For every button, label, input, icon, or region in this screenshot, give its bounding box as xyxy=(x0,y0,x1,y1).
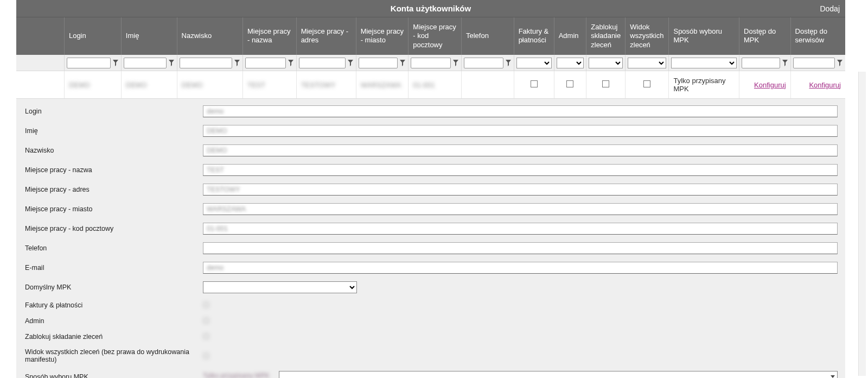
cell-login: DEMO xyxy=(69,81,90,89)
filter-login[interactable] xyxy=(67,58,111,68)
table-row[interactable]: DEMO DEMO DEMO TEST TESTOWY WARSZAWA 01-… xyxy=(16,71,845,99)
col-widok[interactable]: Widok wszystkich zleceń xyxy=(626,17,669,55)
filter-sposob[interactable] xyxy=(671,58,737,68)
filter-icon[interactable] xyxy=(112,59,119,67)
label-login: Login xyxy=(24,108,203,115)
filter-row xyxy=(16,55,845,71)
cell-mp-nazwa: TEST xyxy=(247,81,265,89)
filter-zablokuj[interactable] xyxy=(589,58,623,68)
cell-imie: DEMO xyxy=(126,81,147,89)
label-telefon: Telefon xyxy=(24,244,203,252)
filter-widok[interactable] xyxy=(628,58,666,68)
col-mp-kod[interactable]: Miejsce pracy - kod pocztowy xyxy=(409,17,462,55)
col-zablokuj[interactable]: Zablokuj składanie zleceń xyxy=(586,17,626,55)
filter-faktury[interactable] xyxy=(516,58,552,68)
select-domyslny-mpk[interactable] xyxy=(203,281,357,293)
filter-icon[interactable] xyxy=(782,59,788,67)
filter-nazwisko[interactable] xyxy=(180,58,232,68)
configure-services-link[interactable]: Konfiguruj xyxy=(809,81,841,89)
label-nazwisko: Nazwisko xyxy=(24,147,203,154)
detail-form: Login demo Imię DEMO Nazwisko DEMO Miejs… xyxy=(16,99,845,378)
checkbox-widok[interactable] xyxy=(643,80,650,87)
checkbox-faktury[interactable] xyxy=(531,80,538,87)
label-zablokuj: Zablokuj składanie zleceń xyxy=(24,333,203,341)
col-dostep-mpk[interactable]: Dostęp do MPK xyxy=(739,17,791,55)
input-mp-kod[interactable]: 01-001 xyxy=(203,223,838,235)
filter-icon[interactable] xyxy=(347,59,354,67)
users-grid: Login Imię Nazwisko Miejsce pracy - nazw… xyxy=(16,17,845,99)
filter-icon[interactable] xyxy=(452,59,459,67)
filter-icon[interactable] xyxy=(837,59,843,67)
cell-mp-miasto: WARSZAWA xyxy=(361,81,401,89)
col-admin[interactable]: Admin xyxy=(554,17,586,55)
filter-icon[interactable] xyxy=(399,59,406,67)
label-mp-adres: Miejsce pracy - adres xyxy=(24,186,203,193)
input-email[interactable]: demo xyxy=(203,262,838,274)
configure-mpk-link[interactable]: Konfiguruj xyxy=(754,81,786,89)
checkbox-widok-form[interactable]: ☐ xyxy=(203,352,209,360)
label-mp-miasto: Miejsce pracy - miasto xyxy=(24,205,203,213)
checkbox-admin[interactable] xyxy=(566,80,573,87)
label-widok: Widok wszystkich zleceń (bez prawa do wy… xyxy=(24,348,203,363)
checkbox-zablokuj[interactable] xyxy=(602,80,609,87)
checkbox-admin-form[interactable]: ☐ xyxy=(203,317,209,325)
filter-icon[interactable] xyxy=(234,59,240,67)
select-sposob-mpk-value: Tylko przypisany MPK xyxy=(203,371,279,378)
label-sposob-mpk: Sposób wyboru MPK xyxy=(24,373,203,378)
filter-mp-nazwa[interactable] xyxy=(245,58,286,68)
filter-dostep-serwisow[interactable] xyxy=(793,58,835,68)
input-mp-miasto[interactable]: WARSZAWA xyxy=(203,203,838,215)
label-imie: Imię xyxy=(24,127,203,135)
filter-icon[interactable] xyxy=(168,59,175,67)
checkbox-zablokuj-form[interactable]: ☐ xyxy=(203,332,209,341)
scrollbar-track[interactable] xyxy=(858,72,866,376)
input-nazwisko[interactable]: DEMO xyxy=(203,144,838,156)
col-mp-miasto[interactable]: Miejsce pracy - miasto xyxy=(356,17,409,55)
col-mp-adres[interactable]: Miejsce pracy - adres xyxy=(296,17,356,55)
checkbox-faktury-form[interactable]: ☐ xyxy=(203,301,209,309)
col-mp-nazwa[interactable]: Miejsce pracy - nazwa xyxy=(242,17,296,55)
filter-telefon[interactable] xyxy=(464,58,503,68)
filter-admin[interactable] xyxy=(557,58,584,68)
select-sposob-mpk[interactable] xyxy=(279,371,838,378)
label-admin: Admin xyxy=(24,317,203,325)
label-email: E-mail xyxy=(24,264,203,272)
input-mp-adres[interactable]: TESTOWY xyxy=(203,184,838,196)
label-faktury: Faktury & płatności xyxy=(24,301,203,309)
cell-mp-adres: TESTOWY xyxy=(301,81,336,89)
page-title: Konta użytkowników xyxy=(391,4,471,13)
col-login[interactable]: Login xyxy=(64,17,121,55)
filter-dostep-mpk[interactable] xyxy=(742,58,780,68)
label-mp-nazwa: Miejsce pracy - nazwa xyxy=(24,166,203,174)
filter-mp-miasto[interactable] xyxy=(359,58,398,68)
label-domyslny-mpk: Domyślny MPK xyxy=(24,284,203,291)
filter-imie[interactable] xyxy=(124,58,167,68)
cell-mp-kod: 01-001 xyxy=(413,81,435,89)
add-button[interactable]: Dodaj xyxy=(820,0,840,17)
label-mp-kod: Miejsce pracy - kod pocztowy xyxy=(24,225,203,232)
input-mp-nazwa[interactable]: TEST xyxy=(203,164,838,176)
filter-icon[interactable] xyxy=(288,59,294,67)
col-imie[interactable]: Imię xyxy=(121,17,177,55)
col-sposob[interactable]: Sposób wyboru MPK xyxy=(669,17,739,55)
col-faktury[interactable]: Faktury & płatności xyxy=(514,17,554,55)
filter-icon[interactable] xyxy=(505,59,512,67)
cell-sposob: Tylko przypisany MPK xyxy=(673,77,725,93)
filter-mp-kod[interactable] xyxy=(411,58,451,68)
titlebar: Konta użytkowników Dodaj xyxy=(16,0,845,17)
col-expand xyxy=(16,17,64,55)
input-login[interactable]: demo xyxy=(203,105,838,117)
cell-nazwisko: DEMO xyxy=(182,81,203,89)
col-dostep-serwisow[interactable]: Dostęp do serwisów xyxy=(790,17,845,55)
col-nazwisko[interactable]: Nazwisko xyxy=(177,17,242,55)
input-imie[interactable]: DEMO xyxy=(203,125,838,137)
col-telefon[interactable]: Telefon xyxy=(461,17,514,55)
filter-mp-adres[interactable] xyxy=(299,58,346,68)
input-telefon[interactable] xyxy=(203,242,838,254)
